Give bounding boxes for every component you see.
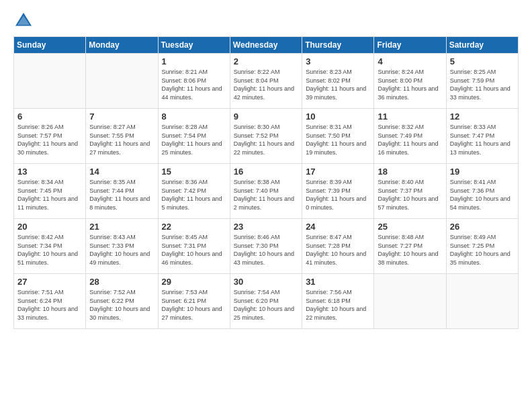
calendar-cell: 11Sunrise: 8:32 AM Sunset: 7:49 PM Dayli…: [374, 109, 446, 164]
calendar-cell: 8Sunrise: 8:28 AM Sunset: 7:54 PM Daylig…: [158, 109, 230, 164]
day-number: 13: [17, 167, 82, 177]
day-info: Sunrise: 8:30 AM Sunset: 7:52 PM Dayligh…: [234, 123, 298, 156]
day-info: Sunrise: 8:36 AM Sunset: 7:42 PM Dayligh…: [162, 178, 226, 212]
logo: [13, 11, 36, 31]
calendar-cell: [374, 274, 446, 329]
day-info: Sunrise: 8:42 AM Sunset: 7:34 PM Dayligh…: [17, 233, 82, 267]
day-number: 22: [162, 222, 226, 232]
day-number: 6: [17, 111, 82, 122]
col-monday: Monday: [86, 37, 158, 54]
calendar-cell: 10Sunrise: 8:31 AM Sunset: 7:50 PM Dayli…: [302, 109, 374, 164]
day-number: 15: [162, 167, 226, 177]
day-number: 16: [234, 167, 298, 177]
day-info: Sunrise: 8:47 AM Sunset: 7:28 PM Dayligh…: [306, 233, 370, 267]
day-number: 17: [306, 167, 370, 177]
calendar-cell: 20Sunrise: 8:42 AM Sunset: 7:34 PM Dayli…: [14, 219, 86, 274]
calendar-cell: [14, 54, 86, 109]
col-friday: Friday: [374, 37, 446, 54]
calendar-cell: [446, 274, 518, 329]
calendar-cell: 1Sunrise: 8:21 AM Sunset: 8:06 PM Daylig…: [158, 54, 230, 109]
calendar-cell: 30Sunrise: 7:54 AM Sunset: 6:20 PM Dayli…: [230, 274, 302, 329]
day-number: 10: [306, 111, 370, 122]
calendar-week-1: 1Sunrise: 8:21 AM Sunset: 8:06 PM Daylig…: [14, 54, 519, 109]
calendar-week-5: 27Sunrise: 7:51 AM Sunset: 6:24 PM Dayli…: [14, 274, 519, 329]
day-info: Sunrise: 8:46 AM Sunset: 7:30 PM Dayligh…: [234, 233, 298, 267]
day-number: 27: [17, 277, 82, 287]
day-number: 24: [306, 222, 370, 232]
day-info: Sunrise: 8:49 AM Sunset: 7:25 PM Dayligh…: [450, 233, 515, 267]
day-number: 21: [89, 222, 154, 232]
header: [13, 11, 519, 31]
day-number: 14: [89, 167, 154, 177]
day-number: 29: [162, 277, 226, 287]
calendar-cell: 29Sunrise: 7:53 AM Sunset: 6:21 PM Dayli…: [158, 274, 230, 329]
calendar-cell: 12Sunrise: 8:33 AM Sunset: 7:47 PM Dayli…: [446, 109, 518, 164]
day-info: Sunrise: 8:28 AM Sunset: 7:54 PM Dayligh…: [162, 123, 226, 156]
day-number: 31: [306, 277, 370, 287]
calendar-cell: 18Sunrise: 8:40 AM Sunset: 7:37 PM Dayli…: [374, 164, 446, 219]
day-number: 4: [378, 56, 442, 66]
calendar-cell: [86, 54, 158, 109]
header-row: Sunday Monday Tuesday Wednesday Thursday…: [14, 37, 519, 54]
day-number: 9: [234, 111, 298, 122]
day-number: 30: [234, 277, 298, 287]
calendar-week-4: 20Sunrise: 8:42 AM Sunset: 7:34 PM Dayli…: [14, 219, 519, 274]
day-number: 12: [450, 111, 515, 122]
day-number: 18: [378, 167, 442, 177]
calendar-cell: 17Sunrise: 8:39 AM Sunset: 7:39 PM Dayli…: [302, 164, 374, 219]
day-info: Sunrise: 7:54 AM Sunset: 6:20 PM Dayligh…: [234, 288, 298, 322]
calendar-cell: 14Sunrise: 8:35 AM Sunset: 7:44 PM Dayli…: [86, 164, 158, 219]
day-number: 25: [378, 222, 442, 232]
col-saturday: Saturday: [446, 37, 518, 54]
day-info: Sunrise: 7:56 AM Sunset: 6:18 PM Dayligh…: [306, 288, 370, 322]
calendar-cell: 23Sunrise: 8:46 AM Sunset: 7:30 PM Dayli…: [230, 219, 302, 274]
day-info: Sunrise: 8:31 AM Sunset: 7:50 PM Dayligh…: [306, 123, 370, 156]
calendar-cell: 3Sunrise: 8:23 AM Sunset: 8:02 PM Daylig…: [302, 54, 374, 109]
day-info: Sunrise: 8:23 AM Sunset: 8:02 PM Dayligh…: [306, 68, 370, 101]
day-number: 28: [89, 277, 154, 287]
day-number: 20: [17, 222, 82, 232]
day-info: Sunrise: 8:27 AM Sunset: 7:55 PM Dayligh…: [89, 123, 154, 156]
day-number: 11: [378, 111, 442, 122]
day-number: 8: [162, 111, 226, 122]
logo-icon: [13, 11, 34, 31]
day-info: Sunrise: 8:45 AM Sunset: 7:31 PM Dayligh…: [162, 233, 226, 267]
day-info: Sunrise: 8:41 AM Sunset: 7:36 PM Dayligh…: [450, 178, 515, 212]
day-number: 1: [162, 56, 226, 66]
day-info: Sunrise: 8:39 AM Sunset: 7:39 PM Dayligh…: [306, 178, 370, 212]
calendar-week-3: 13Sunrise: 8:34 AM Sunset: 7:45 PM Dayli…: [14, 164, 519, 219]
day-info: Sunrise: 8:33 AM Sunset: 7:47 PM Dayligh…: [450, 123, 515, 156]
day-number: 5: [450, 56, 515, 66]
day-number: 23: [234, 222, 298, 232]
day-info: Sunrise: 7:51 AM Sunset: 6:24 PM Dayligh…: [17, 288, 82, 322]
day-info: Sunrise: 8:26 AM Sunset: 7:57 PM Dayligh…: [17, 123, 82, 156]
day-info: Sunrise: 8:34 AM Sunset: 7:45 PM Dayligh…: [17, 178, 82, 212]
day-info: Sunrise: 8:21 AM Sunset: 8:06 PM Dayligh…: [162, 68, 226, 101]
day-info: Sunrise: 7:52 AM Sunset: 6:22 PM Dayligh…: [89, 288, 154, 322]
col-wednesday: Wednesday: [230, 37, 302, 54]
calendar-header: Sunday Monday Tuesday Wednesday Thursday…: [14, 37, 519, 54]
calendar-body: 1Sunrise: 8:21 AM Sunset: 8:06 PM Daylig…: [14, 54, 519, 329]
day-info: Sunrise: 8:40 AM Sunset: 7:37 PM Dayligh…: [378, 178, 442, 212]
calendar-week-2: 6Sunrise: 8:26 AM Sunset: 7:57 PM Daylig…: [14, 109, 519, 164]
day-info: Sunrise: 8:48 AM Sunset: 7:27 PM Dayligh…: [378, 233, 442, 267]
calendar-cell: 28Sunrise: 7:52 AM Sunset: 6:22 PM Dayli…: [86, 274, 158, 329]
calendar-cell: 4Sunrise: 8:24 AM Sunset: 8:00 PM Daylig…: [374, 54, 446, 109]
calendar-cell: 26Sunrise: 8:49 AM Sunset: 7:25 PM Dayli…: [446, 219, 518, 274]
calendar-cell: 15Sunrise: 8:36 AM Sunset: 7:42 PM Dayli…: [158, 164, 230, 219]
calendar-cell: 5Sunrise: 8:25 AM Sunset: 7:59 PM Daylig…: [446, 54, 518, 109]
day-info: Sunrise: 7:53 AM Sunset: 6:21 PM Dayligh…: [162, 288, 226, 322]
calendar-cell: 19Sunrise: 8:41 AM Sunset: 7:36 PM Dayli…: [446, 164, 518, 219]
day-info: Sunrise: 8:24 AM Sunset: 8:00 PM Dayligh…: [378, 68, 442, 101]
day-info: Sunrise: 8:35 AM Sunset: 7:44 PM Dayligh…: [89, 178, 154, 212]
page: Sunday Monday Tuesday Wednesday Thursday…: [0, 0, 532, 411]
col-thursday: Thursday: [302, 37, 374, 54]
day-info: Sunrise: 8:43 AM Sunset: 7:33 PM Dayligh…: [89, 233, 154, 267]
day-number: 26: [450, 222, 515, 232]
calendar-cell: 9Sunrise: 8:30 AM Sunset: 7:52 PM Daylig…: [230, 109, 302, 164]
day-number: 7: [89, 111, 154, 122]
calendar-cell: 13Sunrise: 8:34 AM Sunset: 7:45 PM Dayli…: [14, 164, 86, 219]
day-info: Sunrise: 8:32 AM Sunset: 7:49 PM Dayligh…: [378, 123, 442, 156]
col-sunday: Sunday: [14, 37, 86, 54]
day-info: Sunrise: 8:25 AM Sunset: 7:59 PM Dayligh…: [450, 68, 515, 101]
